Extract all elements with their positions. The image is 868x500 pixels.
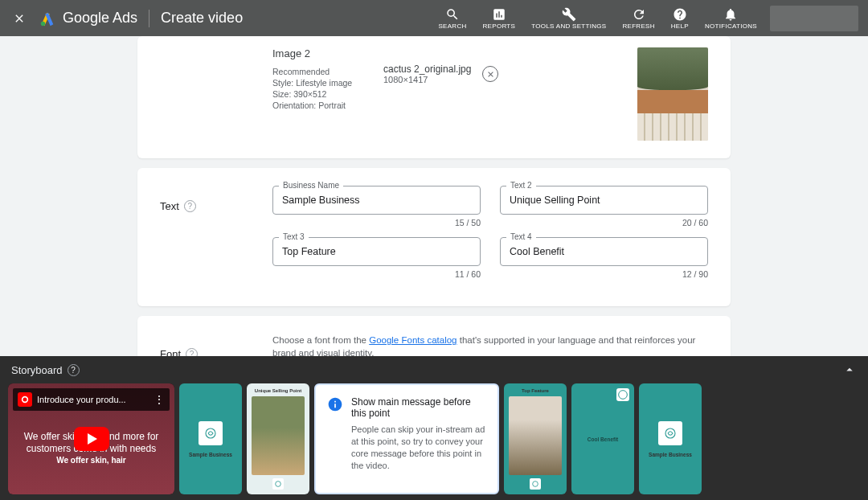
- font-section-label: Font ?: [160, 334, 248, 356]
- notifications-tool[interactable]: NOTIFICATIONS: [705, 7, 757, 30]
- logo-icon: [616, 388, 629, 401]
- help-icon: [673, 7, 687, 22]
- info-icon: [327, 396, 343, 412]
- text4-counter: 12 / 90: [500, 269, 708, 279]
- svg-point-6: [619, 391, 628, 400]
- play-button[interactable]: [74, 427, 109, 451]
- logo-icon: [199, 421, 223, 445]
- text3-counter: 11 / 60: [272, 269, 481, 279]
- help-icon[interactable]: ?: [184, 200, 196, 212]
- storyboard-panel: Storyboard ? Introduce your produ... ⋮ W…: [0, 356, 868, 500]
- product-logo: Google Ads: [39, 10, 137, 27]
- svg-point-4: [276, 482, 281, 487]
- logo-icon: [530, 478, 541, 490]
- image-thumbnail[interactable]: [637, 47, 708, 141]
- font-description: Choose a font from the Google Fonts cata…: [272, 334, 708, 356]
- help-icon[interactable]: ?: [68, 364, 80, 376]
- storyboard-frame-5[interactable]: Sample Business: [639, 383, 702, 494]
- ads-logo-icon: [39, 10, 56, 27]
- account-picker[interactable]: [770, 6, 858, 31]
- image-asset-card: Image 2 Recommended Style: Lifestyle ima…: [137, 36, 731, 158]
- close-icon: [486, 70, 495, 79]
- business-name-counter: 15 / 50: [272, 218, 481, 227]
- text2-input[interactable]: [500, 186, 708, 215]
- close-icon: [13, 12, 26, 25]
- info-card-title: Show main message before this point: [351, 396, 486, 419]
- font-section-card: Font ? Choose a font from the Google Fon…: [137, 316, 731, 356]
- svg-point-7: [665, 428, 675, 438]
- frame-thumbnail: [252, 396, 305, 475]
- reports-icon: [492, 7, 506, 22]
- tools-settings-tool[interactable]: TOOLS AND SETTINGS: [531, 7, 606, 30]
- business-name-label: Business Name: [279, 181, 343, 190]
- search-tool[interactable]: SEARCH: [438, 7, 466, 30]
- preview-video-title: Introduce your produ...: [37, 395, 149, 404]
- storyboard-frame-2[interactable]: Unique Selling Point: [247, 383, 309, 494]
- search-icon: [445, 7, 460, 22]
- help-icon[interactable]: ?: [186, 348, 198, 356]
- wrench-icon: [562, 7, 576, 22]
- close-button[interactable]: [10, 9, 29, 28]
- svg-point-0: [41, 21, 46, 25]
- logo-icon: [272, 478, 284, 490]
- refresh-tool[interactable]: REFRESH: [622, 7, 654, 30]
- preview-frame[interactable]: Introduce your produ... ⋮ We offer skin,…: [8, 383, 174, 494]
- google-fonts-link[interactable]: Google Fonts catalog: [369, 335, 457, 345]
- text3-input[interactable]: [272, 237, 481, 266]
- text2-label: Text 2: [506, 181, 536, 190]
- header-tools: SEARCH REPORTS TOOLS AND SETTINGS REFRES…: [438, 7, 757, 30]
- svg-point-2: [23, 398, 27, 402]
- remove-image-button[interactable]: [482, 66, 498, 82]
- text4-label: Text 4: [506, 232, 536, 241]
- main-content: Image 2 Recommended Style: Lifestyle ima…: [0, 36, 868, 356]
- logo-icon: [658, 421, 682, 445]
- text-section-label: Text ?: [160, 186, 248, 289]
- collapse-icon[interactable]: [842, 363, 857, 377]
- youtube-logo-icon: [18, 392, 32, 407]
- image-dimensions: 1080×1417: [383, 75, 471, 84]
- help-tool[interactable]: HELP: [671, 7, 689, 30]
- storyboard-strip[interactable]: Introduce your produ... ⋮ We offer skin,…: [0, 380, 868, 498]
- svg-point-3: [206, 428, 215, 438]
- image-filename: cactus 2_original.jpg: [383, 64, 471, 75]
- reports-tool[interactable]: REPORTS: [483, 7, 516, 30]
- text2-counter: 20 / 60: [500, 218, 708, 227]
- storyboard-frame-1[interactable]: Sample Business: [179, 383, 242, 494]
- image-meta: Image 2 Recommended Style: Lifestyle ima…: [272, 47, 366, 111]
- more-icon[interactable]: ⋮: [154, 393, 165, 406]
- header-divider: [149, 10, 149, 27]
- page-title: Create video: [161, 10, 243, 27]
- storyboard-title: Storyboard: [11, 364, 63, 376]
- product-name: Google Ads: [63, 10, 137, 27]
- text3-label: Text 3: [279, 232, 309, 241]
- text4-input[interactable]: [500, 237, 708, 266]
- info-card-body: People can skip your in-stream ad at thi…: [351, 424, 486, 472]
- app-header: Google Ads Create video SEARCH REPORTS T…: [0, 0, 868, 36]
- business-name-input[interactable]: [272, 186, 481, 215]
- image-file-info: cactus 2_original.jpg 1080×1417: [383, 47, 620, 84]
- frame-thumbnail: [509, 396, 562, 475]
- svg-point-5: [533, 482, 538, 487]
- text-section-card: Text ? Business Name 15 / 50 Text 2: [137, 168, 731, 306]
- image-label: Image 2: [272, 47, 366, 59]
- storyboard-frame-4[interactable]: Cool Benefit: [571, 383, 634, 494]
- bell-icon: [723, 7, 738, 22]
- refresh-icon: [632, 7, 646, 22]
- storyboard-frame-3[interactable]: Top Feature: [504, 383, 567, 494]
- storyboard-info-card: Show main message before this point Peop…: [314, 383, 499, 494]
